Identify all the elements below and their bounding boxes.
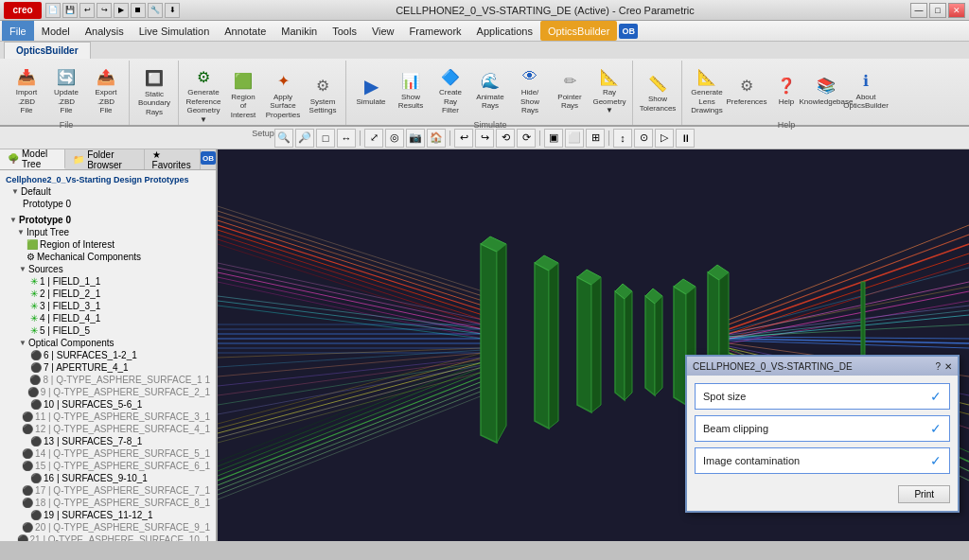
menu-framework[interactable]: Framework bbox=[402, 21, 469, 41]
simulate-button[interactable]: ▶ Simulate bbox=[352, 72, 390, 110]
tree-qtype-17[interactable]: ⚫ 17 | Q-TYPE_ASPHERE_SURFACE_7_1 bbox=[4, 484, 212, 497]
tree-qtype-18[interactable]: ⚫ 18 | Q-TYPE_ASPHERE_SURFACE_8_1 bbox=[4, 497, 212, 509]
animate-rays-button[interactable]: 🌊 AnimateRays bbox=[471, 67, 509, 114]
title-icon-3[interactable]: ↩ bbox=[79, 3, 95, 18]
zoom-in-button[interactable]: 🔍 bbox=[274, 129, 293, 148]
tree-field-1[interactable]: ✳ 1 | FIELD_1_1 bbox=[4, 275, 212, 288]
minimize-button[interactable]: — bbox=[910, 3, 927, 18]
display-toggle-button[interactable]: ↕ bbox=[613, 129, 632, 148]
dialog-help-button[interactable]: ? bbox=[935, 361, 941, 372]
tree-field-4[interactable]: ✳ 4 | FIELD_4_1 bbox=[4, 312, 212, 324]
update-zbd-button[interactable]: 🔄 Update .ZBDFile bbox=[47, 62, 85, 118]
title-icon-8[interactable]: ⬇ bbox=[165, 3, 180, 18]
hidden-lines-button[interactable]: ⊞ bbox=[586, 129, 605, 148]
zoom-out-button[interactable]: 🔎 bbox=[295, 129, 314, 148]
tree-prototype-0[interactable]: ▼ Prototype 0 bbox=[4, 214, 212, 226]
clip-button[interactable]: ⊙ bbox=[634, 129, 653, 148]
title-icon-7[interactable]: 🔧 bbox=[148, 3, 163, 18]
wireframe-button[interactable]: ⬜ bbox=[565, 129, 584, 148]
tree-surfaces-1-2[interactable]: ⚫ 6 | SURFACES_1-2_1 bbox=[4, 349, 212, 361]
tree-surfaces-5-6[interactable]: ⚫ 10 | SURFACES_5-6_1 bbox=[4, 398, 212, 411]
show-results-button[interactable]: 📊 ShowResults bbox=[392, 67, 430, 114]
system-settings-button[interactable]: ⚙ SystemSettings bbox=[304, 72, 342, 118]
spot-size-item[interactable]: Spot size ✓ bbox=[695, 383, 950, 410]
tree-surfaces-7-8[interactable]: ⚫ 13 | SURFACES_7-8_1 bbox=[4, 435, 212, 447]
favorites-tab[interactable]: ★ Favorites bbox=[145, 149, 201, 169]
title-icon-1[interactable]: 📄 bbox=[45, 3, 61, 18]
tree-region-of-interest[interactable]: 🟩 Region of Interest bbox=[4, 238, 212, 251]
title-icon-6[interactable]: ⏹ bbox=[131, 3, 146, 18]
toolbar-tab-opticsbuilder[interactable]: OpticsBuilder bbox=[4, 42, 91, 59]
about-button[interactable]: ℹ AboutOpticsBuilder bbox=[847, 67, 885, 114]
pan-button[interactable]: ↔ bbox=[337, 129, 356, 148]
undo-view-button[interactable]: ↩ bbox=[454, 129, 473, 148]
beam-clipping-item[interactable]: Beam clipping ✓ bbox=[695, 415, 950, 442]
menu-view[interactable]: View bbox=[364, 21, 402, 41]
home-button[interactable]: 🏠 bbox=[427, 129, 446, 148]
preferences-button[interactable]: ⚙ Preferences bbox=[728, 72, 766, 110]
ray-geometry-button[interactable]: 📐 RayGeometry ▼ bbox=[590, 62, 628, 118]
menu-opticsbuilder[interactable]: OpticsBuilder bbox=[540, 21, 617, 41]
viewport[interactable]: CELLPHONE2_0_VS-STARTING_DE ? ✕ Spot siz… bbox=[218, 149, 969, 541]
rotate-button[interactable]: ⤢ bbox=[364, 129, 383, 148]
menu-analysis[interactable]: Analysis bbox=[78, 21, 132, 41]
print-button[interactable]: Print bbox=[898, 485, 950, 503]
create-ray-filter-button[interactable]: 🔷 CreateRay Filter bbox=[432, 62, 469, 118]
tree-surfaces-9-10[interactable]: ⚫ 16 | SURFACES_9-10_1 bbox=[4, 472, 212, 484]
folder-browser-tab[interactable]: 📁 Folder Browser bbox=[65, 149, 144, 169]
tree-qtype-8[interactable]: ⚫ 8 | Q-TYPE_ASPHERE_SURFACE_1 1 bbox=[4, 374, 212, 386]
menu-annotate[interactable]: Annotate bbox=[217, 21, 273, 41]
apply-surface-button[interactable]: ✦ Apply SurfaceProperties bbox=[264, 67, 302, 123]
menu-live-simulation[interactable]: Live Simulation bbox=[132, 21, 218, 41]
title-icon-5[interactable]: ▶ bbox=[114, 3, 129, 18]
region-interest-button[interactable]: 🟩 Region ofInterest bbox=[224, 67, 262, 123]
tree-root[interactable]: Cellphone2_0_Vs-Starting Design Prototyp… bbox=[4, 174, 212, 185]
knowledgebase-button[interactable]: 📚 Knowledgebase bbox=[807, 72, 845, 110]
menu-model[interactable]: Model bbox=[34, 21, 78, 41]
tree-qtype-12[interactable]: ⚫ 12 | Q-TYPE_ASPHERE_SURFACE_4_1 bbox=[4, 423, 212, 435]
generate-lens-button[interactable]: 📐 Generate LensDrawings bbox=[688, 62, 726, 118]
dialog-title-bar[interactable]: CELLPHONE2_0_VS-STARTING_DE ? ✕ bbox=[687, 357, 958, 376]
tree-qtype-15[interactable]: ⚫ 15 | Q-TYPE_ASPHERE_SURFACE_6_1 bbox=[4, 460, 212, 472]
tree-qtype-21[interactable]: ⚫ 21 | Q-TYPE_ASPHERE_SURFACE_10_1 bbox=[4, 534, 212, 541]
tree-input-tree[interactable]: ▼ Input Tree bbox=[4, 226, 212, 238]
hide-show-rays-button[interactable]: 👁 Hide/Show Rays bbox=[511, 62, 549, 118]
export-zbd-button[interactable]: 📤 Export .ZBDFile bbox=[87, 62, 125, 118]
tree-prototype-0-sub[interactable]: Prototype 0 bbox=[4, 198, 212, 210]
camera-button[interactable]: 📷 bbox=[406, 129, 425, 148]
generate-ref-button[interactable]: ⚙ Generate ReferenceGeometry ▼ bbox=[185, 62, 222, 127]
tree-qtype-14[interactable]: ⚫ 14 | Q-TYPE_ASPHERE_SURFACE_5_1 bbox=[4, 447, 212, 460]
tree-default[interactable]: ▼ Default bbox=[4, 185, 212, 198]
tree-aperture-4[interactable]: ⚫ 7 | APERTURE_4_1 bbox=[4, 361, 212, 374]
menu-tools[interactable]: Tools bbox=[325, 21, 364, 41]
tree-sources[interactable]: ▼ Sources bbox=[4, 263, 212, 275]
tree-surfaces-11-12[interactable]: ⚫ 19 | SURFACES_11-12_1 bbox=[4, 509, 212, 521]
image-contamination-item[interactable]: Image contamination ✓ bbox=[695, 447, 950, 474]
shaded-button[interactable]: ▣ bbox=[544, 129, 563, 148]
static-boundary-button[interactable]: 🔲 StaticBoundary Rays bbox=[135, 64, 173, 120]
tree-field-5[interactable]: ✳ 5 | FIELD_5 bbox=[4, 324, 212, 337]
rotate-cw-button[interactable]: ⟲ bbox=[496, 129, 515, 148]
play-button[interactable]: ▷ bbox=[655, 129, 674, 148]
menu-file[interactable]: File bbox=[2, 21, 34, 41]
redo-view-button[interactable]: ↪ bbox=[475, 129, 494, 148]
tree-qtype-20[interactable]: ⚫ 20 | Q-TYPE_ASPHERE_SURFACE_9_1 bbox=[4, 521, 212, 534]
tree-qtype-9[interactable]: ⚫ 9 | Q-TYPE_ASPHERE_SURFACE_2_1 bbox=[4, 386, 212, 398]
title-icon-4[interactable]: ↪ bbox=[97, 3, 112, 18]
close-button[interactable]: ✕ bbox=[948, 3, 965, 18]
pause-button[interactable]: ⏸ bbox=[676, 129, 695, 148]
tree-field-3[interactable]: ✳ 3 | FIELD_3_1 bbox=[4, 300, 212, 312]
dialog-close-button[interactable]: ✕ bbox=[944, 361, 952, 372]
tree-mechanical[interactable]: ⚙ Mechanical Components bbox=[4, 251, 212, 263]
tree-qtype-11[interactable]: ⚫ 11 | Q-TYPE_ASPHERE_SURFACE_3_1 bbox=[4, 411, 212, 423]
show-tolerances-button[interactable]: 📏 ShowTolerances bbox=[639, 69, 677, 115]
center-button[interactable]: ◎ bbox=[385, 129, 404, 148]
menu-applications[interactable]: Applications bbox=[469, 21, 540, 41]
model-tree-tab[interactable]: 🌳 Model Tree bbox=[0, 149, 65, 169]
maximize-button[interactable]: □ bbox=[929, 3, 946, 18]
tree-optical-components[interactable]: ▼ Optical Components bbox=[4, 337, 212, 349]
tree-field-2[interactable]: ✳ 2 | FIELD_2_1 bbox=[4, 288, 212, 300]
rotate-ccw-button[interactable]: ⟳ bbox=[517, 129, 536, 148]
menu-manikin[interactable]: Manikin bbox=[273, 21, 325, 41]
pointer-rays-button[interactable]: ✏ PointerRays bbox=[551, 67, 589, 114]
